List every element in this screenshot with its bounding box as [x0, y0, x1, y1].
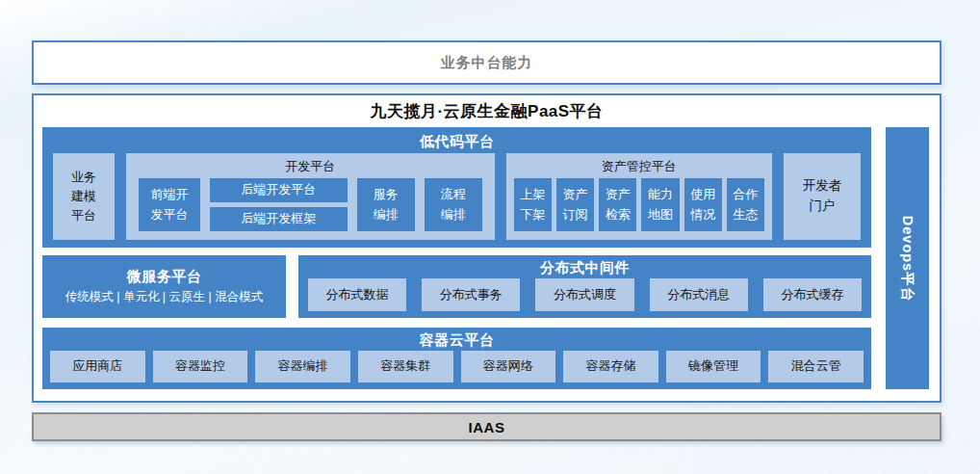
box-developer-portal: 开发者门户 — [784, 153, 861, 240]
platform-body: 低代码平台 业务建模平台 开发平台 前端开发平台 后端开发平台 后端开发框架 — [34, 127, 940, 401]
middleware-item-transaction: 分布式事务 — [422, 278, 520, 311]
cloud-item-orchestration: 容器编排 — [255, 351, 350, 382]
slide-background: 业务中台能力 九天揽月·云原生金融PaaS平台 低代码平台 业务建模平台 开发平… — [0, 0, 980, 474]
dev-platform-body: 前端开发平台 后端开发平台 后端开发框架 服务编排 流程编排 — [139, 178, 482, 231]
box-process-orchestration: 流程编排 — [425, 178, 482, 231]
asset-item-subscription: 资产订阅 — [556, 178, 594, 231]
asset-item-listing: 上架下架 — [514, 178, 552, 231]
banner-label: 业务中台能力 — [441, 54, 533, 72]
cloud-item-network: 容器网络 — [461, 351, 556, 382]
middleware-title: 分布式中间件 — [308, 257, 862, 278]
lowcode-title: 低代码平台 — [53, 130, 861, 153]
middleware-item-scheduling: 分布式调度 — [535, 278, 633, 311]
microservice-title: 微服务平台 — [127, 268, 202, 286]
platform-left-column: 低代码平台 业务建模平台 开发平台 前端开发平台 后端开发平台 后端开发框架 — [42, 127, 871, 389]
backend-stack: 后端开发平台 后端开发框架 — [210, 178, 348, 231]
section-microservice-platform: 微服务平台 传统模式 | 单元化 | 云原生 | 混合模式 — [42, 255, 286, 318]
asset-item-capability-map: 能力地图 — [641, 178, 679, 231]
platform-container: 九天揽月·云原生金融PaaS平台 低代码平台 业务建模平台 开发平台 前端开发平… — [32, 93, 941, 403]
cloud-item-app-store: 应用商店 — [50, 351, 145, 382]
panel-dev-platform: 开发平台 前端开发平台 后端开发平台 后端开发框架 服务编排 流程编排 — [126, 153, 495, 240]
box-frontend-dev-platform: 前端开发平台 — [139, 178, 200, 231]
cloud-item-storage: 容器存储 — [563, 351, 658, 382]
dev-platform-title: 开发平台 — [139, 155, 482, 178]
middleware-item-cache: 分布式缓存 — [763, 278, 862, 311]
section-devops-platform: Devops平台 — [886, 127, 929, 389]
box-business-modeling-platform: 业务建模平台 — [53, 153, 115, 240]
box-backend-dev-framework: 后端开发框架 — [210, 207, 348, 231]
asset-control-title: 资产管控平台 — [514, 155, 764, 178]
section-lowcode-platform: 低代码平台 业务建模平台 开发平台 前端开发平台 后端开发平台 后端开发框架 — [42, 127, 871, 248]
asset-item-ecosystem: 合作生态 — [727, 178, 764, 231]
middleware-item-data: 分布式数据 — [308, 278, 406, 311]
cloud-item-image-mgmt: 镜像管理 — [666, 351, 761, 382]
banner-business-midplatform: 业务中台能力 — [32, 40, 941, 85]
asset-item-usage: 使用情况 — [684, 178, 722, 231]
devops-label: Devops平台 — [898, 215, 916, 301]
middle-row: 微服务平台 传统模式 | 单元化 | 云原生 | 混合模式 分布式中间件 分布式… — [42, 255, 871, 318]
cloud-item-cluster: 容器集群 — [358, 351, 453, 382]
container-cloud-body: 应用商店 容器监控 容器编排 容器集群 容器网络 容器存储 镜像管理 混合云管 — [50, 351, 864, 382]
section-container-cloud: 容器云平台 应用商店 容器监控 容器编排 容器集群 容器网络 容器存储 镜像管理… — [42, 328, 871, 389]
box-service-orchestration: 服务编排 — [357, 178, 415, 231]
asset-control-body: 上架下架 资产订阅 资产检索 能力地图 使用情况 合作生态 — [514, 178, 764, 231]
panel-asset-control: 资产管控平台 上架下架 资产订阅 资产检索 能力地图 使用情况 合作生态 — [506, 153, 772, 240]
microservice-modes: 传统模式 | 单元化 | 云原生 | 混合模式 — [65, 289, 264, 305]
lowcode-body: 业务建模平台 开发平台 前端开发平台 后端开发平台 后端开发框架 服务编排 流 — [53, 153, 861, 240]
middleware-item-messaging: 分布式消息 — [650, 278, 748, 311]
container-cloud-title: 容器云平台 — [50, 329, 864, 351]
cloud-item-hybrid-cloud: 混合云管 — [768, 351, 864, 382]
asset-item-search: 资产检索 — [599, 178, 636, 231]
cloud-item-monitoring: 容器监控 — [153, 351, 248, 382]
iaas-bar: IAAS — [32, 412, 941, 441]
iaas-label: IAAS — [469, 419, 505, 435]
box-backend-dev-platform: 后端开发平台 — [210, 178, 348, 202]
platform-title: 九天揽月·云原生金融PaaS平台 — [34, 95, 940, 127]
section-distributed-middleware: 分布式中间件 分布式数据 分布式事务 分布式调度 分布式消息 分布式缓存 — [298, 255, 871, 318]
middleware-body: 分布式数据 分布式事务 分布式调度 分布式消息 分布式缓存 — [308, 278, 862, 311]
